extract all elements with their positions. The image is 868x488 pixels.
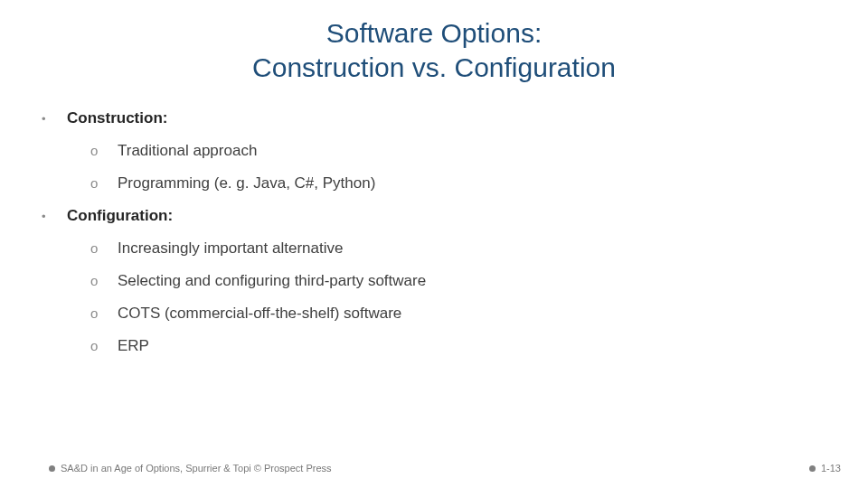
title-line-2: Construction vs. Configuration (252, 52, 616, 82)
footer-right: 1-13 (809, 463, 841, 474)
circle-bullet-icon: o (90, 305, 118, 321)
sub-item: o Traditional approach (90, 142, 828, 160)
footer-dot-icon (809, 465, 816, 472)
sub-text: Traditional approach (118, 142, 257, 160)
slide: Software Options: Construction vs. Confi… (0, 0, 868, 488)
sub-text: Increasingly important alternative (118, 239, 343, 258)
page-number: 1-13 (821, 463, 841, 474)
bullet-list: • Construction: o Traditional approach o… (40, 109, 828, 355)
sub-item: o Selecting and configuring third-party … (90, 272, 828, 290)
slide-title: Software Options: Construction vs. Confi… (40, 16, 828, 84)
sub-item: o Increasingly important alternative (90, 239, 828, 258)
circle-bullet-icon: o (90, 338, 118, 353)
footer-left: SA&D in an Age of Options, Spurrier & To… (49, 463, 332, 474)
sub-text: ERP (118, 337, 149, 355)
sub-text: Programming (e. g. Java, C#, Python) (118, 174, 375, 192)
bullet-row: • Configuration: (40, 207, 828, 225)
circle-bullet-icon: o (90, 175, 118, 191)
footer: SA&D in an Age of Options, Spurrier & To… (0, 463, 868, 474)
sub-item: o ERP (90, 337, 828, 355)
sub-list: o Traditional approach o Programming (e.… (40, 142, 828, 192)
sub-text: Selecting and configuring third-party so… (118, 272, 426, 290)
bullet-configuration: • Configuration: o Increasingly importan… (40, 207, 828, 355)
circle-bullet-icon: o (90, 240, 118, 256)
bullet-construction: • Construction: o Traditional approach o… (40, 109, 828, 192)
bullet-label: Configuration: (67, 207, 173, 225)
footer-left-text: SA&D in an Age of Options, Spurrier & To… (61, 463, 332, 474)
sub-item: o COTS (commercial-off-the-shelf) softwa… (90, 305, 828, 323)
bullet-dot-icon: • (40, 210, 67, 223)
sub-item: o Programming (e. g. Java, C#, Python) (90, 174, 828, 192)
sub-text: COTS (commercial-off-the-shelf) software (118, 305, 401, 323)
bullet-row: • Construction: (40, 109, 828, 127)
circle-bullet-icon: o (90, 273, 118, 288)
sub-list: o Increasingly important alternative o S… (40, 239, 828, 355)
bullet-dot-icon: • (40, 112, 67, 126)
title-line-1: Software Options: (326, 18, 542, 48)
bullet-label: Construction: (67, 109, 167, 127)
circle-bullet-icon: o (90, 143, 118, 158)
footer-dot-icon (49, 465, 55, 472)
